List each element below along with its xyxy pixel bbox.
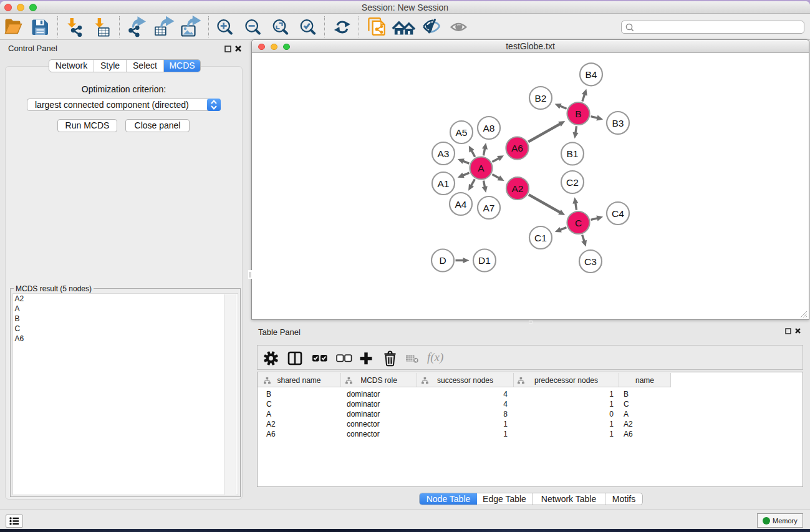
svg-text:C: C — [575, 218, 582, 228]
svg-text:D: D — [439, 255, 446, 266]
svg-text:A2: A2 — [512, 183, 524, 194]
svg-text:A1: A1 — [438, 178, 450, 189]
svg-text:B3: B3 — [612, 118, 624, 128]
svg-text:C4: C4 — [612, 208, 624, 219]
svg-text:D1: D1 — [478, 255, 491, 266]
svg-text:A5: A5 — [456, 127, 468, 138]
svg-text:B: B — [575, 109, 581, 119]
svg-text:A3: A3 — [438, 148, 450, 159]
svg-text:C3: C3 — [584, 256, 597, 267]
svg-text:A: A — [478, 163, 485, 173]
svg-text:C2: C2 — [566, 177, 579, 188]
svg-text:B1: B1 — [567, 148, 579, 159]
svg-text:A4: A4 — [455, 199, 467, 210]
svg-text:A7: A7 — [483, 203, 495, 213]
svg-text:B4: B4 — [586, 69, 597, 80]
svg-text:C1: C1 — [534, 233, 547, 243]
svg-text:B2: B2 — [535, 93, 547, 104]
svg-text:A8: A8 — [483, 123, 495, 133]
svg-text:A6: A6 — [511, 143, 523, 153]
